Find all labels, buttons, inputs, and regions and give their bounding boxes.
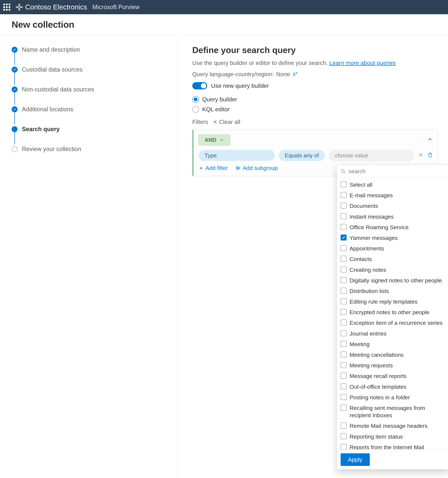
close-icon xyxy=(418,152,423,157)
dropdown-option[interactable]: Distribution lists xyxy=(337,286,448,296)
dropdown-option[interactable]: Encrypted notes to other people xyxy=(337,307,448,318)
wizard-step-label: Name and description xyxy=(22,46,80,53)
subgroup-icon xyxy=(236,166,241,171)
query-language-value: None xyxy=(276,71,290,77)
wizard-step-label: Custodial data sources xyxy=(22,66,83,73)
add-filter-label: Add filter xyxy=(205,165,228,171)
wizard-step[interactable]: Name and description xyxy=(12,45,167,54)
chevron-down-icon xyxy=(219,138,224,142)
dropdown-option[interactable]: Office Roaming Service xyxy=(337,222,448,233)
checkbox-icon xyxy=(341,213,346,219)
dropdown-option[interactable]: Out-of-office templates xyxy=(337,381,448,392)
dropdown-search-input[interactable] xyxy=(348,168,445,175)
checkbox-icon xyxy=(341,224,346,230)
dropdown-option[interactable]: Reporting item status xyxy=(337,431,448,442)
dropdown-option-label: E-mail messages xyxy=(350,192,393,199)
dropdown-option[interactable]: Message recall reports xyxy=(337,371,448,381)
helper-text-prefix: Use the query builder or editor to defin… xyxy=(192,60,329,66)
radio-kql-editor[interactable]: KQL editor xyxy=(192,106,438,113)
step-complete-icon xyxy=(12,47,18,53)
filters-label: Filters xyxy=(192,119,208,125)
dropdown-option-label: Remote Mail message headers xyxy=(350,422,428,429)
dropdown-option-list[interactable]: Select allE-mail messagesDocumentsInstan… xyxy=(337,178,448,450)
dropdown-option-label: Reporting item status xyxy=(350,433,403,440)
dropdown-option[interactable]: Appointments xyxy=(337,243,448,254)
delete-filter-button[interactable] xyxy=(428,152,433,159)
wizard-step[interactable]: Custodial data sources xyxy=(12,65,167,74)
dropdown-option[interactable]: Documents xyxy=(337,201,448,211)
svg-point-4 xyxy=(21,6,22,8)
dropdown-option[interactable]: Posting notes in a folder xyxy=(337,392,448,403)
dropdown-search-row xyxy=(337,165,448,178)
dropdown-option-label: Meeting cancellations xyxy=(350,351,404,358)
page-title-row: New collection xyxy=(0,14,448,35)
remove-filter-button[interactable] xyxy=(418,152,423,159)
group-operator-pill[interactable]: AND xyxy=(198,134,230,145)
dropdown-option[interactable]: Remote Mail message headers xyxy=(337,421,448,431)
dropdown-option-label: Documents xyxy=(350,202,378,209)
dropdown-option-label: Creating notes xyxy=(350,266,386,273)
dropdown-option[interactable]: Contacts xyxy=(337,254,448,264)
dropdown-option[interactable]: Select all xyxy=(337,179,448,190)
checkbox-icon xyxy=(341,266,346,272)
collapse-group-button[interactable] xyxy=(427,137,433,144)
clear-all-label: Clear all xyxy=(219,119,240,125)
plus-icon xyxy=(198,166,204,171)
dropdown-option[interactable]: Creating notes xyxy=(337,264,448,275)
group-operator-label: AND xyxy=(205,137,217,143)
apply-button-label: Apply xyxy=(348,456,363,463)
add-subgroup-button[interactable]: Add subgroup xyxy=(236,165,278,171)
wizard-step-label: Search query xyxy=(22,126,60,133)
wizard-step[interactable]: Additional locations xyxy=(12,105,167,114)
checkbox-icon xyxy=(341,330,346,336)
clear-all-button[interactable]: Clear all xyxy=(213,119,240,125)
checkbox-icon xyxy=(341,256,346,262)
dropdown-option[interactable]: Meeting requests xyxy=(337,360,448,371)
dropdown-option-label: Out-of-office templates xyxy=(350,383,406,390)
dropdown-option[interactable]: Digitally signed notes to other people xyxy=(337,275,448,286)
dropdown-option[interactable]: Meeting cancellations xyxy=(337,349,448,360)
dropdown-option[interactable]: Instant messages xyxy=(337,211,448,222)
dropdown-option[interactable]: Exception item of a recurrence series xyxy=(337,318,448,328)
dropdown-caret-icon xyxy=(370,163,375,165)
wizard-step[interactable]: Search query xyxy=(12,125,167,134)
dropdown-option[interactable]: Reports from the Internet Mail Connect xyxy=(337,442,448,450)
add-filter-button[interactable]: Add filter xyxy=(198,165,228,171)
wizard-step-label: Review your collection xyxy=(22,145,81,152)
app-launcher-icon[interactable] xyxy=(3,4,10,11)
dropdown-footer: Apply xyxy=(337,450,448,469)
svg-rect-8 xyxy=(236,169,238,170)
wizard-step[interactable]: Non-custodial data sources xyxy=(12,85,167,94)
svg-point-2 xyxy=(19,9,20,10)
radio-dot-icon xyxy=(192,106,199,113)
svg-point-6 xyxy=(296,73,297,73)
dropdown-option[interactable]: Yammer messages xyxy=(337,233,448,243)
radio-query-builder[interactable]: Query builder xyxy=(192,96,438,103)
dropdown-option[interactable]: E-mail messages xyxy=(337,190,448,201)
learn-more-link[interactable]: Learn more about queries xyxy=(329,60,396,66)
use-new-builder-label: Use new query builder xyxy=(211,82,269,89)
use-new-builder-toggle[interactable] xyxy=(192,82,207,89)
dropdown-option-label: Select all xyxy=(350,181,372,188)
dropdown-option[interactable]: Meeting xyxy=(337,339,448,349)
dropdown-option[interactable]: Editing rule reply templates xyxy=(337,296,448,307)
apply-button[interactable]: Apply xyxy=(341,453,370,466)
checkbox-icon xyxy=(341,202,346,208)
step-dot-icon xyxy=(12,126,18,132)
step-complete-icon xyxy=(12,106,18,112)
filter-value-pill[interactable]: choose value xyxy=(329,150,414,161)
chevron-up-icon xyxy=(427,137,433,142)
filter-field-pill[interactable]: Type xyxy=(198,150,275,161)
step-complete-icon xyxy=(12,87,18,92)
dropdown-option-label: Office Roaming Service xyxy=(350,224,409,231)
use-new-builder-row: Use new query builder xyxy=(192,82,438,89)
language-settings-icon[interactable] xyxy=(292,71,298,77)
org-logo-icon xyxy=(16,3,23,11)
wizard-step[interactable]: Review your collection xyxy=(12,145,167,154)
dropdown-option-label: Reports from the Internet Mail Connect xyxy=(350,444,445,450)
checkbox-icon xyxy=(341,352,346,358)
dropdown-option[interactable]: Journal entries xyxy=(337,328,448,339)
dropdown-option[interactable]: Recalling sent messages from recipient I… xyxy=(337,403,448,421)
checkbox-icon xyxy=(341,192,346,198)
filter-operator-pill[interactable]: Equals any of xyxy=(279,150,325,161)
